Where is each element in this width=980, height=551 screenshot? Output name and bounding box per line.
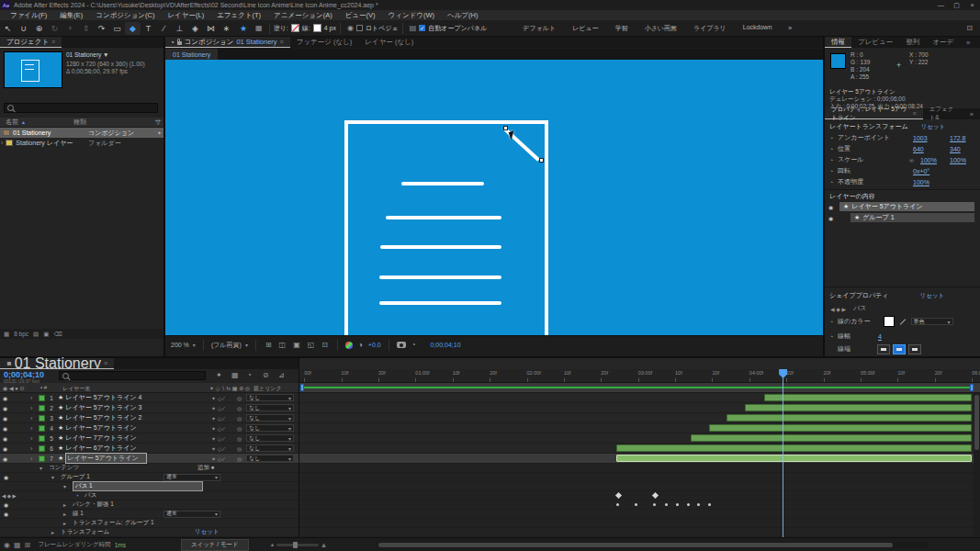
stroke-width-value[interactable]: 4 px — [324, 25, 336, 31]
layer-switches[interactable]: ✦ ◇ ∕ — [211, 455, 224, 462]
property-label[interactable]: トランスフォーム — [61, 528, 109, 536]
parent-pickwhip-icon[interactable]: ◎ — [237, 425, 242, 432]
folder-icon[interactable]: ▤ — [410, 24, 417, 32]
layer-duration-bar[interactable] — [764, 394, 972, 401]
keyframe-nav-icons[interactable]: ◀ ◆ ▶ — [2, 493, 17, 499]
layer-name[interactable]: レイヤー 6アウトライン — [65, 444, 136, 453]
property-label[interactable]: パス 1 — [73, 481, 203, 491]
new-folder-icon[interactable]: ▤ — [33, 331, 39, 338]
transform-reset-button[interactable]: リセット — [921, 123, 946, 131]
parent-pickwhip-icon[interactable]: ◎ — [237, 455, 242, 462]
keyframe-dot[interactable] — [708, 503, 711, 506]
comp-name[interactable]: 01 Stationery ▼ — [66, 51, 109, 58]
label-color-chip[interactable] — [39, 455, 45, 462]
property-label[interactable]: コンテンツ — [49, 464, 79, 472]
content-row[interactable]: ◉★レイヤー 5アウトライン — [825, 202, 980, 211]
twirl-icon[interactable]: › — [30, 405, 39, 411]
layer-name[interactable]: レイヤー 5アウトライン 2 — [65, 413, 141, 422]
viewer-subtab[interactable]: 01 Stationery — [165, 49, 218, 60]
timeline-zoom-slider[interactable] — [276, 544, 319, 546]
menu-item[interactable]: レイヤー(L) — [161, 11, 210, 20]
stopwatch-icon[interactable]: ◔ — [825, 333, 838, 340]
stopwatch-icon[interactable]: ◔ — [825, 146, 838, 152]
layer-duration-bar[interactable] — [616, 444, 972, 452]
layer-duration-bar[interactable] — [616, 455, 972, 462]
twirl-icon[interactable]: ▾ — [51, 474, 54, 480]
keyframe-dot[interactable] — [616, 503, 619, 506]
twirl-icon[interactable]: › — [1, 140, 3, 146]
zoom-tool-icon[interactable]: ⊕ — [31, 22, 47, 35]
layer-duration-bar[interactable] — [709, 424, 972, 432]
tab-overflow[interactable]: » — [963, 108, 980, 119]
work-area-end-handle[interactable] — [970, 384, 974, 391]
scrollbar-thumb[interactable] — [378, 543, 893, 547]
property-value[interactable]: 640 — [913, 146, 924, 152]
column-type[interactable]: 種類 — [73, 118, 86, 127]
twirl-icon[interactable]: ▾ — [63, 483, 66, 489]
stopwatch-icon[interactable]: ◔ — [825, 319, 838, 325]
keyframe-nav-icons[interactable]: ◀ ◆ ▶ — [825, 306, 846, 312]
stroke-color-swatch[interactable] — [884, 316, 895, 327]
rotation-tool-icon[interactable]: ↷ — [94, 22, 109, 35]
label-color-chip[interactable] — [39, 445, 45, 452]
cap-round-button[interactable] — [893, 344, 906, 354]
selection-handle[interactable] — [539, 158, 544, 163]
layer-name[interactable]: レイヤー 5アウトライン — [65, 423, 136, 433]
project-item-row[interactable]: ›Stationery レイヤーフォルダー — [0, 138, 163, 148]
eye-icon[interactable]: ◉ — [3, 445, 30, 452]
keyframe-dot[interactable] — [697, 503, 700, 506]
mask-shape-tool-icon[interactable]: ▭ — [109, 22, 125, 35]
fill-swatch[interactable] — [291, 24, 299, 32]
transparency-grid-icon[interactable]: ◱ — [306, 341, 317, 349]
tab-info[interactable]: 情報 — [825, 37, 851, 48]
property-label[interactable]: アンカーポイント — [838, 133, 890, 142]
twirl-icon[interactable]: ▸ — [63, 501, 66, 508]
keyframe-dot[interactable] — [653, 503, 656, 506]
work-area-start-handle[interactable] — [300, 384, 304, 391]
show-snapshot-icon[interactable]: ◔ — [410, 341, 418, 349]
menu-item[interactable]: ヘルプ(H) — [441, 11, 484, 20]
playhead-line[interactable] — [783, 369, 783, 537]
layer-row[interactable]: ◉›6★レイヤー 6アウトライン✦ ◇ ∕◎なし▾ — [0, 444, 299, 454]
layer-name-header[interactable]: レイヤー名 — [62, 385, 90, 393]
eye-icon[interactable]: ◉ — [3, 425, 30, 432]
property-tree-row[interactable]: ▾コンテンツ追加 ● — [0, 464, 299, 473]
blend-mode-select[interactable]: 通常▾ — [163, 511, 220, 518]
eye-icon[interactable]: ◉ — [3, 405, 30, 411]
interpret-footage-icon[interactable]: ▦ — [4, 331, 9, 338]
minimize-button[interactable]: — — [933, 0, 949, 10]
tab-audio[interactable]: オーデ — [926, 37, 960, 48]
property-tree-row[interactable]: ◉▸パンク・膨張 1 — [0, 500, 299, 510]
workspace-tab[interactable]: 学習 — [607, 24, 636, 33]
time-ruler[interactable]: 00f10f20f01:00f10f20f02:00f10f20f03:00f1… — [299, 369, 980, 383]
property-value[interactable]: 100% — [920, 157, 937, 163]
label-color-chip[interactable] — [39, 395, 45, 401]
region-of-interest-icon[interactable]: ▣ — [291, 341, 302, 349]
property-tree-row[interactable]: ▸トランスフォームリセット — [0, 528, 299, 537]
keyframe-dot[interactable] — [676, 503, 679, 506]
parent-link-header[interactable]: 親とリンク — [253, 385, 282, 393]
parent-pickwhip-icon[interactable]: ◎ — [237, 435, 242, 442]
parent-select[interactable]: なし▾ — [246, 414, 294, 422]
layer-name[interactable]: レイヤー 5アウトライン 4 — [65, 393, 141, 402]
workspace-tab[interactable]: Lockdown — [735, 24, 781, 33]
close-button[interactable]: × — [964, 0, 980, 10]
shape-reset-button[interactable]: リセット — [919, 292, 944, 300]
menu-item[interactable]: エフェクト(T) — [210, 11, 267, 20]
twirl-icon[interactable]: ▾ — [39, 465, 42, 471]
layer-duration-bar[interactable] — [745, 404, 972, 411]
tab-project[interactable]: プロジェクト ≡ — [0, 37, 62, 48]
stopwatch-icon[interactable]: ◔ — [825, 168, 838, 174]
layer-switches[interactable]: ✦ ◇ ∕ — [211, 425, 224, 432]
grid-options-icon[interactable]: ▦ — [255, 24, 263, 32]
menu-item[interactable]: 編集(E) — [53, 11, 89, 20]
content-row[interactable]: ◉★グループ 1 — [825, 213, 980, 222]
vertical-scrollbar[interactable] — [974, 393, 980, 537]
channels-icon[interactable] — [345, 342, 353, 349]
twirl-icon[interactable]: › — [30, 435, 39, 442]
stopwatch-icon[interactable]: ◔ — [825, 135, 838, 141]
cap-butt-button[interactable] — [877, 344, 890, 354]
tab-overflow[interactable]: » — [960, 37, 976, 48]
layer-switches[interactable]: ✦ ◇ ∕ — [211, 405, 224, 411]
blend-mode-select[interactable]: 通常▾ — [163, 474, 220, 481]
